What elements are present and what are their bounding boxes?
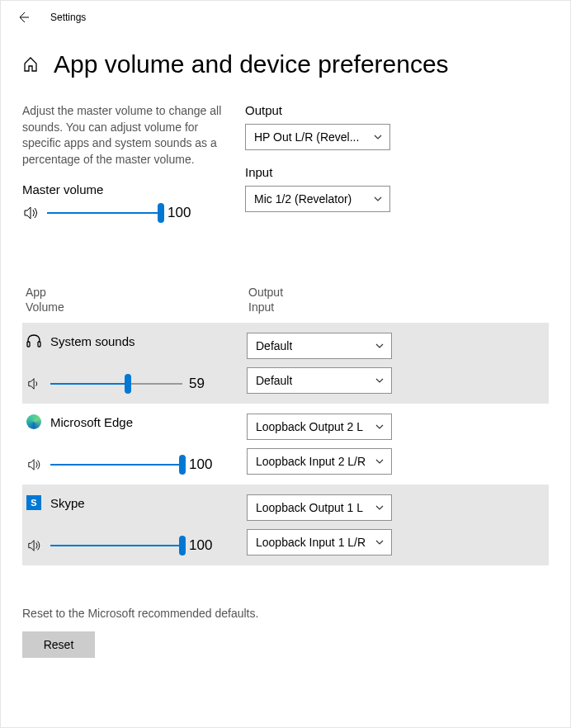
output-header: Output <box>248 285 283 300</box>
app-row-skype: S Skype 100 Loopback Output 1 L <box>22 485 549 565</box>
master-volume-value: 100 <box>168 205 192 221</box>
content: App volume and device preferences Adjust… <box>1 34 570 658</box>
app-row-edge: Microsoft Edge 100 Loopback Output 2 L <box>22 404 549 485</box>
input-device-selected: Mic 1/2 (Revelator) <box>254 192 352 206</box>
app-output-dropdown[interactable]: Loopback Output 2 L <box>247 414 392 440</box>
app-name: Skype <box>50 496 85 510</box>
chevron-down-icon <box>373 132 383 142</box>
speaker-icon[interactable] <box>26 457 44 472</box>
app-volume-slider[interactable] <box>50 455 182 475</box>
master-column: Adjust the master volume to change all s… <box>22 103 229 227</box>
app-name: System sounds <box>50 334 135 348</box>
chevron-down-icon <box>375 341 385 351</box>
app-row-system-sounds: System sounds 59 Default Default <box>22 323 549 404</box>
app-output-dropdown[interactable]: Default <box>247 333 392 359</box>
back-button[interactable] <box>16 10 31 25</box>
headphones-icon <box>26 333 42 349</box>
input-label: Input <box>245 165 402 179</box>
master-volume-label: Master volume <box>22 182 229 196</box>
master-slider-row: 100 <box>22 203 229 223</box>
chevron-down-icon <box>375 422 385 432</box>
arrow-left-icon <box>17 11 30 24</box>
volume-header: Volume <box>26 300 248 314</box>
master-description: Adjust the master volume to change all s… <box>22 103 229 168</box>
app-name: Microsoft Edge <box>50 415 133 429</box>
chevron-down-icon <box>375 503 385 513</box>
app-input-dropdown[interactable]: Loopback Input 1 L/R <box>247 529 392 555</box>
app-volume-value: 100 <box>189 537 214 554</box>
chevron-down-icon <box>375 456 385 466</box>
speaker-icon[interactable] <box>22 205 40 221</box>
chevron-down-icon <box>375 537 385 547</box>
input-header: Input <box>248 300 283 314</box>
chevron-down-icon <box>375 376 385 385</box>
top-section: Adjust the master volume to change all s… <box>22 103 549 227</box>
reset-text: Reset to the Microsoft recommended defau… <box>22 607 549 620</box>
app-volume-value: 59 <box>189 376 214 392</box>
reset-section: Reset to the Microsoft recommended defau… <box>22 607 549 658</box>
edge-icon <box>26 414 42 430</box>
app-input-dropdown[interactable]: Loopback Input 2 L/R <box>247 448 392 475</box>
app-list-headers: App Volume Output Input <box>22 285 549 323</box>
app-volume-slider[interactable] <box>50 536 182 555</box>
app-input-dropdown[interactable]: Default <box>247 367 392 394</box>
output-device-selected: HP Out L/R (Revel... <box>254 130 359 144</box>
app-header: App <box>26 285 248 300</box>
page-heading: App volume and device preferences <box>22 50 549 78</box>
app-volume-slider[interactable] <box>50 374 182 394</box>
output-device-dropdown[interactable]: HP Out L/R (Revel... <box>245 124 390 150</box>
device-column: Output HP Out L/R (Revel... Input Mic 1/… <box>245 103 402 227</box>
output-label: Output <box>245 103 402 117</box>
titlebar: Settings <box>1 1 570 34</box>
app-output-dropdown[interactable]: Loopback Output 1 L <box>247 494 392 521</box>
app-volume-value: 100 <box>189 456 214 473</box>
master-volume-slider[interactable] <box>47 203 161 223</box>
titlebar-title: Settings <box>50 12 86 23</box>
chevron-down-icon <box>373 194 383 204</box>
input-device-dropdown[interactable]: Mic 1/2 (Revelator) <box>245 186 390 212</box>
skype-icon: S <box>26 494 42 511</box>
speaker-icon[interactable] <box>26 538 44 553</box>
speaker-icon[interactable] <box>26 376 44 391</box>
page-title: App volume and device preferences <box>54 50 449 78</box>
reset-button[interactable]: Reset <box>22 631 95 658</box>
home-icon[interactable] <box>22 56 39 73</box>
